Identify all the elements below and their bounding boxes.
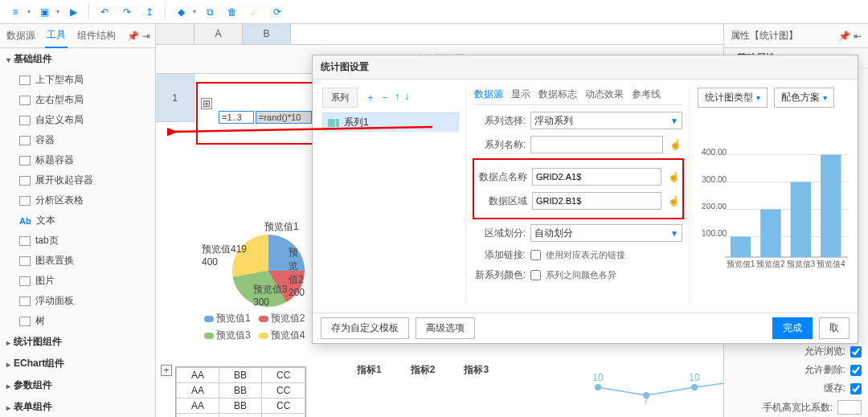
component-tree: 基础组件 上下型布局 左右型布局 自定义布局 容器 标题容器 展开收起容器 分析…	[0, 48, 155, 417]
tab-datasource[interactable]: 数据源	[5, 24, 37, 47]
tab-tools[interactable]: 工具	[45, 24, 68, 48]
handle-icon[interactable]: ⊞	[201, 98, 212, 109]
layout-icon	[19, 116, 31, 125]
chevron-right-icon	[6, 358, 10, 370]
redo-icon[interactable]: ↷	[118, 3, 136, 21]
chevron-down-icon: ▾	[193, 8, 196, 15]
pie-label: 预览值3300	[253, 283, 288, 308]
svg-text:预览值3: 预览值3	[787, 260, 816, 268]
checkbox-use-link[interactable]	[530, 250, 541, 260]
undo-icon[interactable]: ↶	[96, 3, 113, 21]
series-tabs: 系列	[322, 88, 358, 108]
fx-icon[interactable]: ☄	[246, 3, 264, 21]
move-up-button[interactable]: ↑	[395, 91, 399, 104]
cat-param[interactable]: 参数组件	[0, 374, 155, 396]
sparkline-widget[interactable]: 10 7 10 20	[590, 371, 723, 403]
metric-label: 指标2	[411, 363, 436, 377]
tab-datasource[interactable]: 数据源	[474, 88, 503, 101]
point-name-input[interactable]	[532, 168, 661, 186]
cat-stat[interactable]: 统计图组件	[0, 331, 155, 353]
item-layout-custom[interactable]: 自定义布局	[0, 110, 155, 130]
item-collapse-container[interactable]: 展开收起容器	[0, 170, 155, 190]
pie-chart: 预览值419400 预览值1 预览值2200 预览值3300	[232, 235, 305, 307]
data-grid-widget[interactable]: AABBCC AABBCC AABBCC AABBCC	[175, 366, 306, 417]
checkbox-color-vary[interactable]	[530, 270, 541, 280]
item-tree[interactable]: 树	[0, 311, 155, 331]
tab-series[interactable]: 系列	[322, 88, 358, 107]
cat-echart[interactable]: EChart组件	[0, 353, 155, 374]
remove-series-button[interactable]: －	[380, 91, 390, 104]
svg-text:预览值2: 预览值2	[756, 260, 785, 268]
cell-a1[interactable]: =1..3	[219, 111, 254, 124]
area-div-select[interactable]: 自动划分▼	[530, 224, 682, 242]
picker-icon[interactable]: ☝	[666, 170, 681, 184]
item-title-container[interactable]: 标题容器	[0, 150, 155, 170]
item-layout-h[interactable]: 左右型布局	[0, 90, 155, 110]
series-item[interactable]: 系列1	[323, 113, 458, 132]
svg-point-4	[691, 384, 698, 390]
picker-icon[interactable]: ☝	[666, 194, 681, 208]
item-image[interactable]: 图片	[0, 271, 155, 291]
picker-icon[interactable]: ☝	[668, 137, 682, 152]
pin-icon[interactable]: 📌	[127, 31, 139, 42]
checkbox-allow-view[interactable]	[850, 346, 862, 358]
tab-display[interactable]: 显示	[511, 88, 530, 101]
row-1[interactable]: 1	[156, 74, 194, 122]
delete-icon[interactable]: 🗑	[223, 3, 241, 21]
series-select[interactable]: 浮动系列▼	[530, 112, 682, 129]
save-icon[interactable]: ▣	[35, 3, 53, 21]
tab-structure[interactable]: 组件结构	[76, 24, 117, 47]
item-tab-page[interactable]: tab页	[0, 231, 155, 251]
type-selectors: 统计图类型▾ 配色方案▾	[698, 88, 848, 108]
prop-mobile-ratio: 手机高宽比系数:	[724, 398, 868, 417]
col-a[interactable]: A	[194, 24, 243, 44]
save-template-button[interactable]: 存为自定义模板	[321, 317, 409, 339]
color-scheme-select[interactable]: 配色方案▾	[774, 88, 834, 108]
item-chart-swap[interactable]: 图表置换	[0, 251, 155, 271]
item-container[interactable]: 容器	[0, 130, 155, 150]
pin-icon[interactable]: 📌	[838, 31, 850, 42]
chevron-down-icon: ▾	[27, 8, 31, 15]
svg-rect-18	[760, 210, 781, 258]
tab-refline[interactable]: 参考线	[632, 88, 661, 101]
paint-icon[interactable]: ◆	[172, 3, 190, 21]
data-area-input[interactable]	[532, 192, 661, 210]
item-float-panel[interactable]: 浮动面板	[0, 291, 155, 311]
collapse-icon[interactable]: ⇤	[854, 31, 862, 42]
float-icon	[19, 296, 31, 306]
checkbox-cache[interactable]	[850, 383, 862, 395]
advanced-button[interactable]: 高级选项	[416, 317, 475, 339]
series-name-input[interactable]	[530, 136, 663, 153]
dialog-title[interactable]: 统计图设置	[313, 55, 858, 80]
mobile-ratio-input[interactable]	[837, 400, 862, 415]
annotation-box-bindings: 数据点名称 ☝ 数据区域 ☝	[473, 158, 684, 219]
done-button[interactable]: 完成	[772, 317, 813, 339]
item-analysis-table[interactable]: 分析区表格	[0, 190, 155, 211]
menu-icon[interactable]: ≡	[6, 3, 24, 21]
collapse-icon[interactable]: ⇥	[142, 31, 150, 42]
refresh-icon[interactable]: ⟳	[268, 3, 286, 21]
move-down-button[interactable]: ↓	[404, 91, 409, 104]
add-row-button[interactable]: +	[161, 365, 172, 376]
cancel-button[interactable]: 取	[819, 317, 850, 339]
play-icon[interactable]: ▶	[64, 3, 82, 21]
container-icon	[19, 136, 31, 145]
tab-icon	[19, 236, 31, 246]
cat-form[interactable]: 表单组件	[0, 396, 155, 417]
row-series-select: 系列选择: 浮动系列▼	[474, 112, 682, 129]
add-series-button[interactable]: ＋	[366, 91, 375, 104]
cat-basic[interactable]: 基础组件	[0, 48, 155, 70]
cat-label: EChart组件	[14, 357, 64, 370]
item-text[interactable]: Ab文本	[0, 211, 155, 231]
copy-icon[interactable]: ⧉	[201, 3, 219, 21]
up-icon[interactable]: ↥	[141, 3, 158, 21]
cat-label: 基础组件	[14, 52, 52, 66]
item-layout-v[interactable]: 上下型布局	[0, 70, 155, 90]
tab-marker[interactable]: 数据标志	[538, 88, 577, 101]
cell-b1[interactable]: =rand()*10	[256, 111, 312, 124]
col-b[interactable]: B	[243, 24, 291, 44]
chart-type-select[interactable]: 统计图类型▾	[698, 88, 768, 108]
checkbox-allow-delete[interactable]	[850, 365, 862, 376]
left-panel-tabs: 数据源 工具 组件结构 📌 ⇥	[0, 24, 155, 48]
tab-animation[interactable]: 动态效果	[585, 88, 624, 101]
